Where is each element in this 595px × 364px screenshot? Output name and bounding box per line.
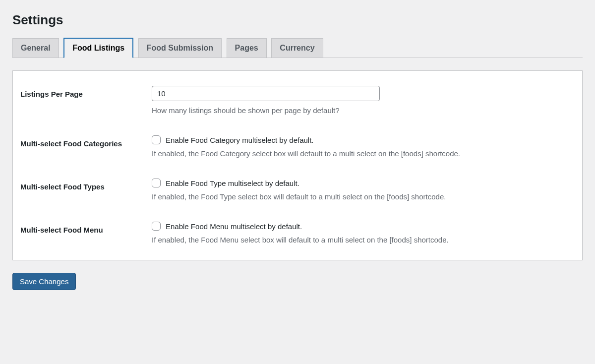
save-button[interactable]: Save Changes <box>12 273 76 290</box>
settings-page: Settings General Food Listings Food Subm… <box>0 0 595 303</box>
description-listings-per-page: How many listings should be shown per pa… <box>152 105 575 116</box>
tab-food-listings[interactable]: Food Listings <box>63 38 133 58</box>
tab-currency[interactable]: Currency <box>271 38 323 58</box>
tab-pages[interactable]: Pages <box>227 38 267 58</box>
description-multi-select-menu: If enabled, the Food Menu select box wil… <box>152 235 575 245</box>
tab-general[interactable]: General <box>12 38 59 58</box>
checkbox-label-multi-select-menu: Enable Food Menu multiselect by default. <box>166 222 302 231</box>
label-multi-select-menu: Multi-select Food Menu <box>13 212 152 255</box>
checkbox-multi-select-types[interactable] <box>152 179 161 187</box>
row-multi-select-categories: Multi-select Food Categories Enable Food… <box>13 125 582 169</box>
row-multi-select-menu: Multi-select Food Menu Enable Food Menu … <box>13 212 582 255</box>
tab-food-submission[interactable]: Food Submission <box>138 38 222 58</box>
checkbox-multi-select-menu[interactable] <box>152 222 161 231</box>
checkbox-label-multi-select-categories: Enable Food Category multiselect by defa… <box>166 136 314 144</box>
label-multi-select-categories: Multi-select Food Categories <box>13 125 152 169</box>
checkbox-label-multi-select-types: Enable Food Type multiselect by default. <box>166 179 299 187</box>
label-multi-select-types: Multi-select Food Types <box>13 169 152 212</box>
description-multi-select-categories: If enabled, the Food Category select box… <box>152 148 575 159</box>
input-listings-per-page[interactable] <box>152 86 380 101</box>
label-listings-per-page: Listings Per Page <box>13 76 152 125</box>
settings-form-table: Listings Per Page How many listings shou… <box>13 76 582 255</box>
checkbox-multi-select-categories[interactable] <box>152 135 161 144</box>
page-title: Settings <box>12 5 583 28</box>
tab-navigation: General Food Listings Food Submission Pa… <box>12 38 583 58</box>
row-multi-select-types: Multi-select Food Types Enable Food Type… <box>13 169 582 212</box>
row-listings-per-page: Listings Per Page How many listings shou… <box>13 76 582 125</box>
settings-panel: Listings Per Page How many listings shou… <box>12 70 583 260</box>
description-multi-select-types: If enabled, the Food Type select box wil… <box>152 191 575 202</box>
